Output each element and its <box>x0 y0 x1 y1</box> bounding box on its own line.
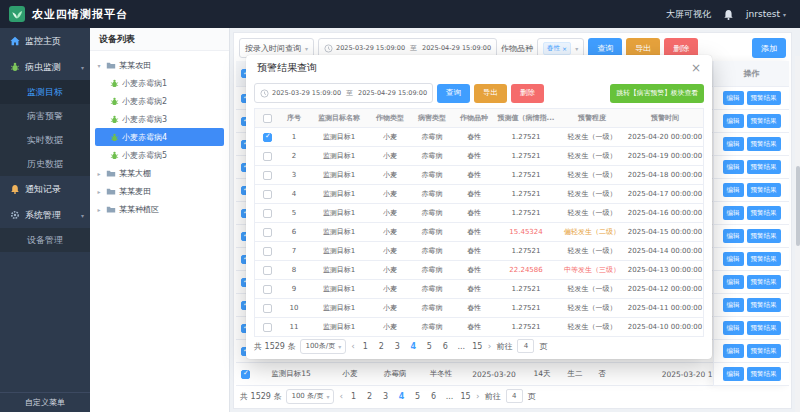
goto-page-input[interactable]: 4 <box>517 339 534 353</box>
close-icon[interactable]: × <box>691 61 701 75</box>
dialog-export-button[interactable]: 导出 <box>474 84 507 103</box>
sidebar-footer-custom-menu[interactable]: 自定义菜单 <box>0 392 90 412</box>
page-number[interactable]: 2 <box>364 392 375 401</box>
warning-result-button[interactable]: 预警结果 <box>747 206 781 220</box>
prev-page-button[interactable]: ‹ <box>351 341 355 351</box>
warning-result-button[interactable]: 预警结果 <box>747 114 781 128</box>
dialog-delete-button[interactable]: 删除 <box>511 84 544 103</box>
sidebar-subitem-device-mgmt[interactable]: 设备管理 <box>0 228 90 252</box>
edit-button[interactable]: 编辑 <box>723 275 744 289</box>
dialog-table-row[interactable]: 5 监测目标1 小麦 赤霉病 春性 1.27521 轻发生（一级） 2025-0… <box>255 204 703 223</box>
dialog-table-row[interactable]: 2 监测目标1 小麦 赤霉病 春性 1.27521 轻发生（一级） 2025-0… <box>255 147 703 166</box>
row-checkbox[interactable] <box>263 133 272 142</box>
page-number[interactable]: 5 <box>424 342 435 351</box>
tag-close-icon[interactable]: × <box>562 45 567 52</box>
row-checkbox[interactable] <box>263 228 272 237</box>
dialog-query-button[interactable]: 查询 <box>437 84 470 103</box>
edit-button[interactable]: 编辑 <box>723 91 744 105</box>
edit-button[interactable]: 编辑 <box>723 137 744 151</box>
device-tree-group[interactable]: ▸ 某某种植区 <box>95 200 224 218</box>
page-number[interactable]: 6 <box>440 342 451 351</box>
row-checkbox[interactable] <box>263 323 272 332</box>
device-tree-group[interactable]: ▸ 某某麦田 <box>95 182 224 200</box>
edit-button[interactable]: 编辑 <box>723 183 744 197</box>
page-number[interactable]: ... <box>456 342 467 351</box>
dialog-table-row[interactable]: 9 监测目标1 小麦 赤霉病 春性 1.27521 轻发生（一级） 2025-0… <box>255 280 703 299</box>
sidebar-item-notice[interactable]: 通知记录 <box>0 176 90 202</box>
sidebar-item-home[interactable]: 监控主页 <box>0 28 90 54</box>
page-number[interactable]: 15 <box>472 342 483 351</box>
prev-page-button[interactable]: ‹ <box>339 391 343 401</box>
edit-button[interactable]: 编辑 <box>723 367 744 381</box>
user-menu[interactable]: jnrstest ▾ <box>746 9 786 19</box>
warning-result-button[interactable]: 预警结果 <box>747 275 781 289</box>
page-number[interactable]: 2 <box>376 342 387 351</box>
device-tree-group-farm[interactable]: ▾ 某某农田 <box>95 56 224 74</box>
row-checkbox[interactable] <box>263 266 272 275</box>
sidebar-subitem[interactable]: 监测目标 <box>0 80 90 104</box>
dialog-table-row[interactable]: 10 监测目标1 小麦 赤霉病 春性 1.27521 轻发生（一级） 2025-… <box>255 299 703 318</box>
page-number[interactable]: ... <box>444 392 455 401</box>
edit-button[interactable]: 编辑 <box>723 298 744 312</box>
sidebar-item-system[interactable]: 系统管理 ▾ <box>0 202 90 228</box>
warning-result-button[interactable]: 预警结果 <box>747 183 781 197</box>
table-row-visible[interactable]: 监测目标15 小麦 赤霉病 半冬性 2025-03-20 14天 生二 否 20… <box>236 363 789 386</box>
page-number[interactable]: 3 <box>392 342 403 351</box>
page-number[interactable]: 6 <box>428 392 439 401</box>
dialog-date-range-picker[interactable]: 2025-03-29 15:09:00 至 2025-04-29 15:09:0… <box>254 83 433 103</box>
device-tree-leaf[interactable]: 小麦赤霉病1 <box>95 74 224 92</box>
sidebar-item-pest[interactable]: 病虫监测 ▾ <box>0 54 90 80</box>
edit-button[interactable]: 编辑 <box>723 114 744 128</box>
dialog-table-row[interactable]: 3 监测目标1 小麦 赤霉病 春性 1.27521 轻发生（一级） 2025-0… <box>255 166 703 185</box>
page-number[interactable]: 1 <box>360 342 371 351</box>
page-number[interactable]: 5 <box>412 392 423 401</box>
row-checkbox[interactable] <box>263 247 272 256</box>
warning-result-button[interactable]: 预警结果 <box>747 321 781 335</box>
edit-button[interactable]: 编辑 <box>723 229 744 243</box>
row-checkbox[interactable] <box>263 304 272 313</box>
warning-result-button[interactable]: 预警结果 <box>747 252 781 266</box>
page-number[interactable]: 4 <box>396 392 407 401</box>
goto-page-input[interactable]: 4 <box>506 389 523 403</box>
row-checkbox[interactable] <box>263 152 272 161</box>
warning-result-button[interactable]: 预警结果 <box>747 344 781 358</box>
device-tree-leaf[interactable]: 小麦赤霉病3 <box>95 110 224 128</box>
bell-icon[interactable] <box>723 9 734 20</box>
edit-button[interactable]: 编辑 <box>723 160 744 174</box>
page-number[interactable]: 1 <box>348 392 359 401</box>
page-number[interactable]: 3 <box>380 392 391 401</box>
device-tree-leaf[interactable]: 小麦赤霉病5 <box>95 146 224 164</box>
jump-to-disease-warning-button[interactable]: 跳转【病害预警】板块查看 <box>610 84 704 103</box>
edit-button[interactable]: 编辑 <box>723 321 744 335</box>
row-checkbox[interactable] <box>263 209 272 218</box>
next-page-button[interactable]: › <box>488 341 492 351</box>
warning-result-button[interactable]: 预警结果 <box>747 91 781 105</box>
warning-result-button[interactable]: 预警结果 <box>747 137 781 151</box>
row-checkbox[interactable] <box>241 370 250 379</box>
edit-button[interactable]: 编辑 <box>723 206 744 220</box>
dialog-table-row[interactable]: 4 监测目标1 小麦 赤霉病 春性 1.27521 轻发生（一级） 2025-0… <box>255 185 703 204</box>
edit-button[interactable]: 编辑 <box>723 252 744 266</box>
device-tree-leaf[interactable]: 小麦赤霉病4 <box>95 128 224 146</box>
scrollbar-thumb[interactable] <box>796 166 800 246</box>
dialog-table-row[interactable]: 7 监测目标1 小麦 赤霉病 春性 1.27521 轻发生（一级） 2025-0… <box>255 242 703 261</box>
sidebar-subitem[interactable]: 病害预警 <box>0 104 90 128</box>
dialog-table-row[interactable]: 1 监测目标1 小麦 赤霉病 春性 1.27521 轻发生（一级） 2025-0… <box>255 128 703 147</box>
device-tree-group[interactable]: ▸ 某某大棚 <box>95 164 224 182</box>
warning-result-button[interactable]: 预警结果 <box>747 229 781 243</box>
row-checkbox[interactable] <box>263 171 272 180</box>
page-number[interactable]: 15 <box>460 392 471 401</box>
add-button[interactable]: 添加 <box>752 38 786 58</box>
vertical-scrollbar[interactable] <box>795 56 800 412</box>
page-size-select[interactable]: 100条/页 ▾ <box>300 339 346 354</box>
warning-result-button[interactable]: 预警结果 <box>747 160 781 174</box>
dialog-table-row[interactable]: 8 监测目标1 小麦 赤霉病 春性 22.24586 中等发生（三级） 2025… <box>255 261 703 280</box>
warning-result-button[interactable]: 预警结果 <box>747 367 781 381</box>
sidebar-subitem[interactable]: 历史数据 <box>0 152 90 176</box>
page-number[interactable]: 4 <box>408 342 419 351</box>
select-all-checkbox[interactable] <box>263 114 272 123</box>
row-checkbox[interactable] <box>263 285 272 294</box>
screen-visualization-link[interactable]: 大屏可视化 <box>666 8 711 21</box>
row-checkbox[interactable] <box>263 190 272 199</box>
dialog-table-row[interactable]: 11 监测目标1 小麦 赤霉病 春性 1.27521 轻发生（一级） 2025-… <box>255 318 703 337</box>
